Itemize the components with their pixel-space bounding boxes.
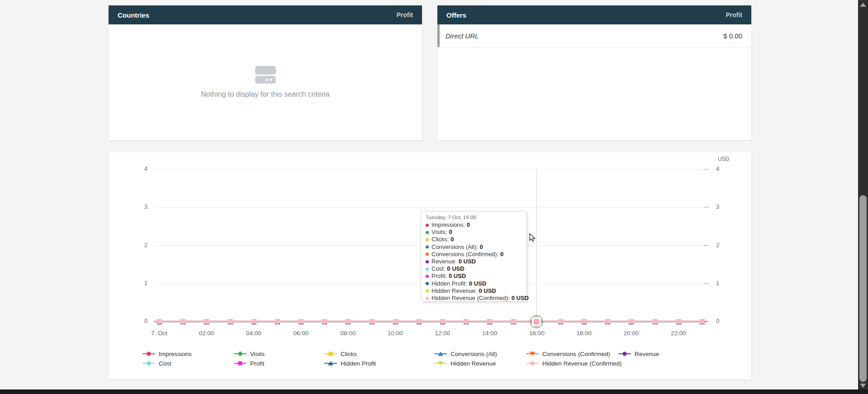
legend-item-profit[interactable]: Profit bbox=[234, 360, 265, 367]
tooltip-row-label: Impressions: bbox=[432, 221, 465, 229]
data-point-marker[interactable] bbox=[440, 319, 445, 324]
tooltip-row: Conversions (All):0 bbox=[426, 244, 522, 251]
scroll-down-icon[interactable] bbox=[860, 384, 866, 388]
offer-row[interactable]: Direct URL $ 0.00 bbox=[437, 24, 751, 47]
tooltip-row: Visits:0 bbox=[426, 229, 522, 236]
legend-marker-triangle-up bbox=[328, 361, 333, 366]
data-point-marker[interactable] bbox=[487, 319, 492, 324]
x-axis-label: 16:00 bbox=[529, 330, 545, 337]
countries-panel: Countries Profit Nothing to display for … bbox=[109, 5, 422, 140]
data-point-marker[interactable] bbox=[393, 319, 398, 324]
tooltip-series-bullet bbox=[426, 260, 429, 263]
data-point-marker[interactable] bbox=[228, 319, 233, 324]
data-point-marker[interactable] bbox=[299, 319, 304, 324]
offer-name[interactable]: Direct URL bbox=[446, 32, 723, 40]
tooltip-row-label: Revenue: bbox=[432, 258, 457, 265]
data-point-marker[interactable] bbox=[511, 319, 516, 324]
data-point-marker[interactable] bbox=[251, 319, 256, 324]
tooltip-row: Impressions:0 bbox=[426, 221, 522, 229]
x-axis-label: 04:00 bbox=[246, 330, 261, 337]
legend-label: Conversions (Confirmed) bbox=[542, 351, 610, 357]
legend-item-hidden-profit[interactable]: Hidden Profit bbox=[324, 360, 376, 367]
legend-label: Hidden Revenue (Confirmed) bbox=[542, 360, 622, 367]
data-point-marker[interactable] bbox=[180, 319, 185, 324]
data-point-marker[interactable] bbox=[605, 319, 610, 324]
offers-metric-header[interactable]: Profit bbox=[726, 11, 742, 19]
legend-item-conversions-all[interactable]: Conversions (All) bbox=[434, 350, 497, 357]
legend-marker-line bbox=[142, 363, 155, 364]
legend-marker-line bbox=[618, 353, 631, 354]
data-point-marker[interactable] bbox=[464, 319, 469, 324]
tooltip-row-label: Clicks: bbox=[432, 236, 449, 243]
x-axis-label: 7. Oct bbox=[151, 330, 167, 337]
legend-marker-circle bbox=[531, 361, 535, 366]
data-point-marker[interactable] bbox=[653, 319, 658, 324]
y-axis-label-left: 0 bbox=[132, 318, 147, 324]
tooltip-row-label: Conversions (All): bbox=[432, 244, 478, 251]
legend-item-cost[interactable]: Cost bbox=[142, 360, 171, 367]
data-point-marker[interactable] bbox=[370, 319, 375, 324]
tooltip-row: Revenue:0 USD bbox=[426, 258, 522, 265]
data-point-marker[interactable] bbox=[157, 319, 162, 324]
legend-label: Conversions (All) bbox=[451, 351, 497, 357]
tooltip-row: Hidden Revenue (Confirmed):0 USD bbox=[426, 295, 522, 302]
scrollbar-thumb[interactable] bbox=[859, 195, 867, 382]
legend-marker-line bbox=[324, 363, 337, 364]
data-point-marker[interactable] bbox=[346, 319, 351, 324]
y-axis-tick bbox=[704, 283, 709, 284]
data-point-marker[interactable] bbox=[700, 319, 705, 324]
y-axis-label-right: 0 bbox=[716, 318, 731, 324]
data-point-marker[interactable] bbox=[558, 319, 563, 324]
hovered-point-marker[interactable] bbox=[530, 315, 543, 328]
scroll-up-icon[interactable] bbox=[860, 3, 866, 7]
legend-item-conversions-confirmed[interactable]: Conversions (Confirmed) bbox=[526, 350, 610, 357]
y-axis-label-right: 3 bbox=[716, 203, 731, 210]
tooltip-row-value: 0 USD bbox=[449, 272, 466, 280]
x-axis-label: 14:00 bbox=[482, 330, 498, 337]
offers-panel-header: Offers Profit bbox=[437, 5, 751, 24]
tooltip-row: Cost:0 USD bbox=[426, 265, 522, 272]
legend-label: Visits bbox=[250, 351, 265, 357]
x-axis-label: 18:00 bbox=[576, 330, 592, 337]
data-point-marker[interactable] bbox=[582, 319, 587, 324]
tooltip-series-bullet bbox=[426, 231, 429, 234]
bottom-bar bbox=[0, 389, 868, 394]
legend-marker-line bbox=[526, 363, 539, 364]
data-point-marker[interactable] bbox=[204, 319, 209, 324]
legend-label: Hidden Profit bbox=[341, 360, 376, 367]
data-point-marker[interactable] bbox=[676, 319, 681, 324]
legend-marker-line bbox=[234, 363, 247, 364]
tooltip-row-value: 0 bbox=[500, 251, 503, 258]
data-point-marker[interactable] bbox=[417, 319, 422, 324]
tooltip-row: Profit:0 USD bbox=[426, 272, 522, 280]
legend-label: Cost bbox=[159, 360, 171, 367]
y-axis-label-right: 1 bbox=[716, 280, 731, 286]
legend-item-impressions[interactable]: Impressions bbox=[142, 350, 192, 357]
x-axis-label: 08:00 bbox=[340, 330, 356, 337]
y-axis-tick bbox=[704, 207, 709, 207]
tooltip-row-value: 0 bbox=[451, 236, 454, 243]
tooltip-row: Clicks:0 bbox=[426, 236, 522, 243]
chart-card: USD 44332211007. Oct02:0004:0006:0008:00… bbox=[109, 152, 751, 380]
legend-item-hidden-revenue[interactable]: Hidden Revenue bbox=[434, 360, 496, 367]
data-point-marker[interactable] bbox=[275, 319, 280, 324]
tooltip-series-bullet bbox=[426, 282, 429, 285]
legend-item-visits[interactable]: Visits bbox=[234, 350, 265, 357]
tooltip-row-value: 0 bbox=[467, 221, 470, 229]
data-point-marker[interactable] bbox=[322, 319, 327, 324]
data-point-marker[interactable] bbox=[629, 319, 634, 324]
countries-metric-header[interactable]: Profit bbox=[396, 11, 413, 19]
y-axis-tick bbox=[704, 245, 709, 246]
tooltip-series-bullet bbox=[426, 289, 429, 292]
gridline bbox=[154, 169, 707, 169]
offer-profit-value: $ 0.00 bbox=[723, 32, 742, 40]
page-scrollbar[interactable] bbox=[858, 0, 868, 389]
gridline bbox=[154, 207, 707, 207]
legend-marker-circle bbox=[147, 352, 151, 356]
tooltip-row-label: Hidden Revenue (Confirmed): bbox=[432, 295, 510, 302]
legend-item-revenue[interactable]: Revenue bbox=[618, 350, 659, 357]
dashboard-page: Countries Profit Nothing to display for … bbox=[0, 0, 868, 394]
legend-item-hidden-revenue-confirmed[interactable]: Hidden Revenue (Confirmed) bbox=[526, 360, 622, 367]
legend-item-clicks[interactable]: Clicks bbox=[324, 350, 357, 357]
countries-panel-header: Countries Profit bbox=[109, 5, 422, 24]
